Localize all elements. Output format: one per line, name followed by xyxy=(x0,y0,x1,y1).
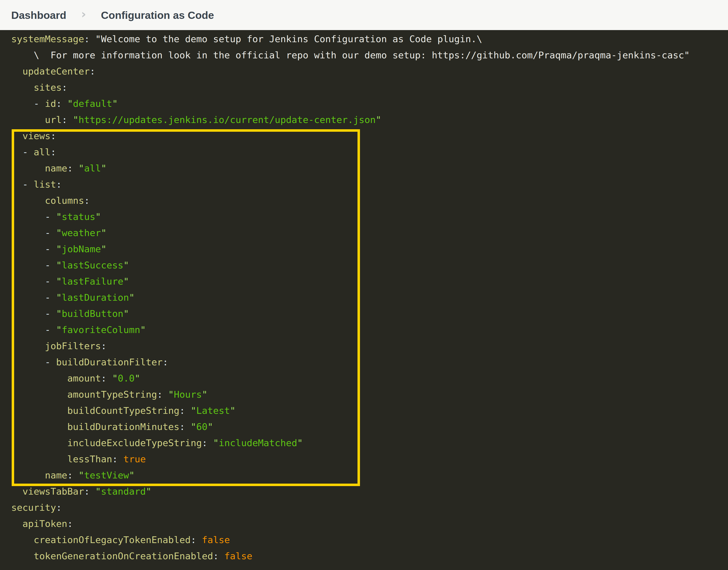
yaml-token: : xyxy=(84,486,90,497)
yaml-token: testView xyxy=(84,470,129,481)
yaml-token: 60 xyxy=(197,421,208,432)
yaml-token: views xyxy=(11,130,50,141)
code-line: - "lastFailure" xyxy=(11,273,728,289)
yaml-token: " xyxy=(56,211,62,222)
yaml-token: - xyxy=(11,211,56,222)
yaml-token: : xyxy=(56,179,62,190)
yaml-token: " xyxy=(230,405,236,416)
breadcrumb-item-dashboard[interactable]: Dashboard xyxy=(11,9,66,21)
yaml-token: - xyxy=(11,276,56,287)
yaml-token: " xyxy=(56,244,62,255)
code-line: buildDurationMinutes: "60" xyxy=(11,419,728,435)
yaml-token: " xyxy=(123,260,129,271)
yaml-token: : xyxy=(56,502,62,513)
code-line: - "weather" xyxy=(11,225,728,241)
yaml-token: " xyxy=(208,438,219,449)
yaml-token: : xyxy=(157,389,163,400)
code-line: lessThan: true xyxy=(11,451,728,467)
yaml-token: false xyxy=(219,550,252,561)
yaml-token: tokenGenerationOnCreationEnabled xyxy=(11,550,213,561)
yaml-token: jobName xyxy=(62,244,101,255)
yaml-token: " xyxy=(67,114,78,125)
yaml-token: " xyxy=(185,421,197,432)
yaml-token: includeMatched xyxy=(219,438,297,449)
yaml-token: : xyxy=(62,114,67,125)
yaml-token: " xyxy=(95,211,101,222)
yaml-token: : xyxy=(62,82,67,93)
yaml-token: status xyxy=(62,211,95,222)
yaml-token: systemMessage xyxy=(11,33,84,44)
yaml-token: columns xyxy=(11,195,84,206)
yaml-token: lessThan xyxy=(11,454,112,465)
yaml-token: " xyxy=(101,244,106,255)
yaml-token: 0.0 xyxy=(118,373,135,384)
code-line: includeExcludeTypeString: "includeMatche… xyxy=(11,435,728,451)
yaml-token: - xyxy=(11,179,34,190)
yaml-token: " xyxy=(73,163,84,174)
yaml-token: - xyxy=(11,227,56,238)
code-line: - "lastSuccess" xyxy=(11,257,728,273)
yaml-token: buildDurationMinutes xyxy=(11,421,179,432)
code-line: buildCountTypeString: "Latest" xyxy=(11,402,728,419)
code-line: security: xyxy=(11,500,728,516)
yaml-token: favoriteColumn xyxy=(62,324,140,335)
yaml-token: buildDurationFilter xyxy=(56,357,163,367)
yaml-token: - xyxy=(11,324,56,335)
yaml-token: https://updates.jenkins.io/current/updat… xyxy=(78,114,376,125)
yaml-token: creationOfLegacyTokenEnabled xyxy=(11,534,191,545)
code-line: sites: xyxy=(11,79,728,95)
code-line: apiToken: xyxy=(11,516,728,532)
code-line: \ For more information look in the offic… xyxy=(11,47,728,63)
yaml-token: viewsTabBar xyxy=(11,486,84,497)
yaml-token: name xyxy=(11,163,67,174)
yaml-token: Hours xyxy=(174,389,202,400)
yaml-token: " xyxy=(56,324,62,335)
yaml-token: : xyxy=(202,438,208,449)
yaml-token: : xyxy=(84,33,90,44)
yaml-token: buildButton xyxy=(62,308,123,319)
yaml-token: " xyxy=(376,114,381,125)
yaml-token: " xyxy=(297,438,303,449)
yaml-token: updateCenter xyxy=(11,66,90,77)
yaml-token: " xyxy=(185,405,197,416)
yaml-token: " xyxy=(129,470,135,481)
yaml-token: " xyxy=(73,470,84,481)
code-line: - "buildButton" xyxy=(11,306,728,322)
code-line: viewsTabBar: "standard" xyxy=(11,483,728,500)
code-line: name: "all" xyxy=(11,160,728,177)
yaml-token: standard xyxy=(101,486,146,497)
yaml-token: - xyxy=(11,98,45,109)
yaml-token: : xyxy=(191,534,197,545)
yaml-token: " xyxy=(135,373,140,384)
code-line: - "jobName" xyxy=(11,241,728,257)
yaml-token: " xyxy=(56,308,62,319)
yaml-token: url xyxy=(11,114,62,125)
chevron-right-icon: › xyxy=(81,8,86,20)
yaml-token: : xyxy=(56,98,62,109)
yaml-token: " xyxy=(140,324,146,335)
yaml-token: security xyxy=(11,502,56,513)
yaml-token: " xyxy=(208,421,213,432)
yaml-token: amountTypeString xyxy=(11,389,157,400)
yaml-token: : xyxy=(90,66,95,77)
yaml-token: " xyxy=(101,163,106,174)
yaml-token: " xyxy=(123,308,129,319)
yaml-token: " xyxy=(56,227,62,238)
yaml-viewer: systemMessage: "Welcome to the demo setu… xyxy=(0,30,728,570)
yaml-token: lastDuration xyxy=(62,292,129,303)
yaml-token: - xyxy=(11,292,56,303)
code-line: - "status" xyxy=(11,209,728,225)
yaml-token: " xyxy=(163,389,174,400)
breadcrumb-item-configuration-as-code[interactable]: Configuration as Code xyxy=(101,9,214,21)
code-line: - "lastDuration" xyxy=(11,289,728,306)
yaml-token: " xyxy=(123,276,129,287)
yaml-token: " xyxy=(106,373,118,384)
yaml-token: : xyxy=(179,421,185,432)
code-line: name: "testView" xyxy=(11,467,728,483)
yaml-token: : xyxy=(50,147,56,158)
code-line: amountTypeString: "Hours" xyxy=(11,386,728,402)
yaml-token: " xyxy=(112,98,118,109)
yaml-token: lastSuccess xyxy=(62,260,123,271)
yaml-token: - xyxy=(11,147,34,158)
yaml-token: amount xyxy=(11,373,101,384)
